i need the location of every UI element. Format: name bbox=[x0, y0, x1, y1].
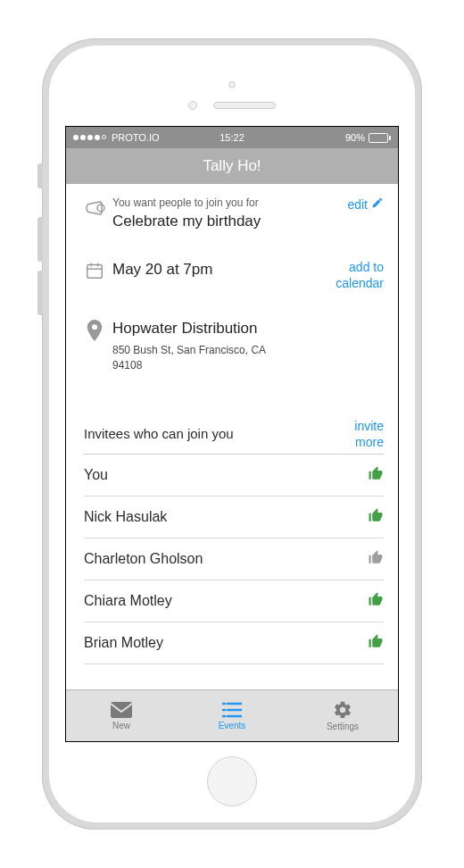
event-prompt-value: Celebrate my birthday bbox=[112, 211, 340, 232]
event-datetime-value: May 20 at 7pm bbox=[112, 259, 328, 280]
status-bar: PROTO.IO 15:22 90% bbox=[66, 127, 398, 148]
svg-rect-5 bbox=[111, 702, 132, 718]
pin-icon bbox=[80, 318, 109, 341]
tab-new[interactable]: New bbox=[66, 690, 177, 741]
content-area[interactable]: You want people to join you for Celebrat… bbox=[66, 184, 398, 689]
invitees-header: Invitees who can join you invite more bbox=[80, 418, 384, 450]
home-button[interactable] bbox=[207, 756, 257, 806]
edit-label: edit bbox=[347, 196, 368, 213]
top-hardware bbox=[49, 46, 415, 126]
calendar-icon bbox=[80, 259, 109, 280]
app-screen: PROTO.IO 15:22 90% Tally Ho! bbox=[65, 126, 399, 742]
add-to-calendar-line1: add to bbox=[336, 259, 384, 275]
phone-frame: PROTO.IO 15:22 90% Tally Ho! bbox=[42, 38, 422, 830]
add-to-calendar-button[interactable]: add to calendar bbox=[328, 259, 384, 291]
invitees-title: Invitees who can join you bbox=[84, 426, 347, 441]
event-location-name: Hopwater Distribution bbox=[112, 318, 384, 339]
thumbs-up-icon bbox=[368, 507, 384, 527]
invite-more-line1: invite bbox=[354, 418, 384, 434]
invitee-name: You bbox=[84, 467, 368, 483]
app-title: Tally Ho! bbox=[203, 157, 261, 175]
thumbs-up-icon bbox=[368, 633, 384, 653]
invitee-row[interactable]: You bbox=[84, 455, 384, 497]
tab-events[interactable]: Events bbox=[177, 690, 287, 741]
carrier-label: PROTO.IO bbox=[112, 132, 160, 143]
gear-icon bbox=[333, 700, 352, 720]
invitee-name: Nick Hasulak bbox=[84, 509, 368, 525]
phone-inner: PROTO.IO 15:22 90% Tally Ho! bbox=[49, 46, 415, 822]
event-location-address: 850 Bush St, San Francisco, CA 94108 bbox=[112, 343, 273, 373]
svg-point-0 bbox=[97, 204, 104, 212]
invite-more-button[interactable]: invite more bbox=[347, 418, 384, 450]
thumbs-up-icon bbox=[368, 549, 384, 569]
tab-events-label: Events bbox=[219, 721, 246, 730]
invitee-name: Charleton Gholson bbox=[84, 551, 368, 567]
pencil-icon bbox=[371, 196, 384, 213]
volume-down-button bbox=[37, 271, 43, 315]
event-prompt-sublabel: You want people to join you for bbox=[112, 196, 340, 209]
invite-more-line2: more bbox=[354, 434, 384, 450]
thumbs-up-icon bbox=[368, 591, 384, 611]
proximity-sensor bbox=[188, 101, 197, 110]
list-icon bbox=[221, 701, 243, 719]
event-location-row: Hopwater Distribution 850 Bush St, San F… bbox=[80, 318, 384, 372]
clock-label: 15:22 bbox=[220, 132, 244, 143]
app-title-bar: Tally Ho! bbox=[66, 148, 398, 184]
invitee-row[interactable]: Chiara Motley bbox=[84, 580, 384, 622]
invitee-row[interactable]: Brian Motley bbox=[84, 622, 384, 664]
invitee-name: Chiara Motley bbox=[84, 593, 368, 609]
front-camera bbox=[228, 81, 236, 88]
event-datetime-row: May 20 at 7pm add to calendar bbox=[80, 259, 384, 291]
svg-rect-1 bbox=[87, 264, 103, 278]
battery-percent-label: 90% bbox=[345, 132, 365, 143]
invitee-name: Brian Motley bbox=[84, 635, 368, 651]
earpiece-speaker bbox=[213, 102, 276, 109]
battery-icon bbox=[369, 133, 391, 143]
thumbs-up-icon bbox=[368, 465, 384, 485]
event-prompt-row: You want people to join you for Celebrat… bbox=[80, 196, 384, 232]
signal-dots-icon bbox=[73, 135, 106, 140]
envelope-icon bbox=[110, 701, 133, 719]
side-button bbox=[37, 163, 43, 188]
horn-icon bbox=[80, 196, 109, 220]
tab-bar: New Events Setti bbox=[66, 689, 398, 741]
invitee-row[interactable]: Charleton Gholson bbox=[84, 538, 384, 580]
add-to-calendar-line2: calendar bbox=[336, 275, 384, 291]
tab-settings-label: Settings bbox=[327, 722, 359, 731]
volume-up-button bbox=[37, 217, 43, 262]
invitees-list: YouNick HasulakCharleton GholsonChiara M… bbox=[80, 455, 384, 664]
invitee-row[interactable]: Nick Hasulak bbox=[84, 497, 384, 538]
tab-new-label: New bbox=[112, 721, 130, 730]
edit-button[interactable]: edit bbox=[340, 196, 384, 213]
tab-settings[interactable]: Settings bbox=[287, 690, 398, 741]
